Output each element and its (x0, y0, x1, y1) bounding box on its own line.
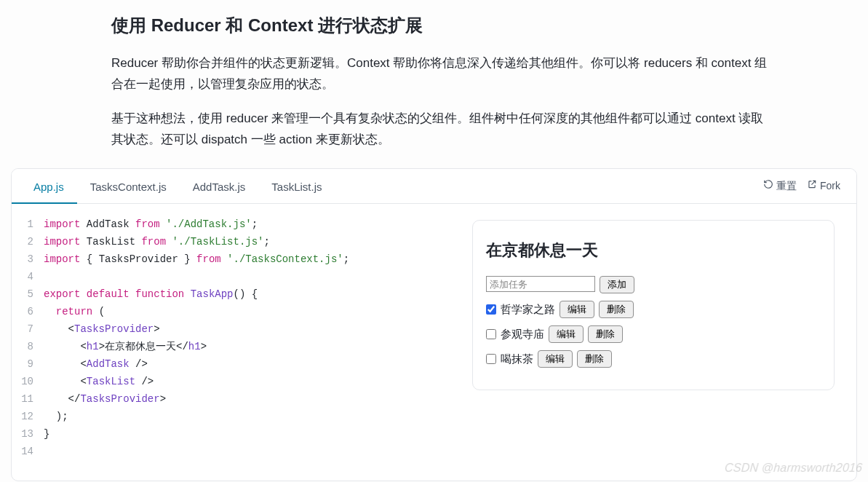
preview-column: 在京都休息一天 添加 哲学家之路编辑删除参观寺庙编辑删除喝抹茶编辑删除 (458, 207, 856, 469)
task-list: 哲学家之路编辑删除参观寺庙编辑删除喝抹茶编辑删除 (486, 301, 821, 368)
code-content: } (44, 425, 49, 443)
paragraph-2: 基于这种想法，使用 reducer 来管理一个具有复杂状态的父组件。组件树中任何… (111, 108, 773, 151)
task-checkbox[interactable] (486, 304, 496, 315)
task-text: 参观寺庙 (501, 325, 544, 342)
code-line: 9 <AddTask /> (12, 355, 458, 373)
code-line: 6 return ( (12, 303, 458, 320)
code-content: import AddTask from './AddTask.js'; (44, 216, 258, 233)
line-number: 7 (12, 320, 44, 338)
code-line: 13} (12, 425, 458, 443)
code-content: <TaskList /> (44, 373, 154, 390)
sandbox-actions: 重置 Fork (763, 178, 856, 194)
code-line: 3import { TasksProvider } from './TasksC… (12, 250, 458, 268)
fork-label: Fork (820, 178, 840, 194)
sandbox-container: App.jsTasksContext.jsAddTask.jsTaskList.… (11, 168, 857, 481)
code-line: 8 <h1>在京都休息一天</h1> (12, 338, 458, 355)
delete-button[interactable]: 删除 (577, 350, 612, 368)
line-number: 3 (12, 250, 44, 268)
preview-card: 在京都休息一天 添加 哲学家之路编辑删除参观寺庙编辑删除喝抹茶编辑删除 (472, 220, 835, 390)
line-number: 13 (12, 425, 44, 443)
code-content: import TaskList from './TaskList.js'; (44, 233, 270, 250)
line-number: 8 (12, 338, 44, 355)
task-text: 哲学家之路 (501, 301, 555, 317)
line-number: 11 (12, 390, 44, 408)
code-editor[interactable]: 1import AddTask from './AddTask.js';2imp… (12, 207, 458, 469)
task-checkbox[interactable] (486, 354, 496, 364)
task-row: 哲学家之路编辑删除 (486, 301, 821, 318)
file-tab[interactable]: App.js (12, 170, 77, 204)
code-line: 11 </TasksProvider> (12, 390, 458, 408)
code-content: return ( (44, 303, 105, 320)
delete-button[interactable]: 删除 (588, 325, 623, 343)
file-tab[interactable]: AddTask.js (180, 170, 259, 204)
task-row: 喝抹茶编辑删除 (486, 350, 821, 368)
preview-title: 在京都休息一天 (486, 238, 821, 263)
fork-button[interactable]: Fork (807, 178, 840, 194)
code-content: export default function TaskApp() { (44, 285, 258, 303)
line-number: 2 (12, 233, 44, 250)
code-content: <AddTask /> (44, 355, 148, 373)
file-tab[interactable]: TaskList.js (258, 170, 335, 204)
edit-button[interactable]: 编辑 (538, 350, 573, 368)
code-line: 2import TaskList from './TaskList.js'; (12, 233, 458, 250)
edit-button[interactable]: 编辑 (560, 301, 594, 318)
edit-button[interactable]: 编辑 (549, 325, 584, 343)
code-line: 12 ); (12, 408, 458, 425)
code-line: 1import AddTask from './AddTask.js'; (12, 216, 458, 233)
line-number: 5 (12, 285, 44, 303)
line-number: 1 (12, 216, 44, 233)
reset-label: 重置 (776, 178, 797, 194)
code-content: ); (44, 408, 68, 425)
external-link-icon (807, 178, 817, 194)
line-number: 10 (12, 373, 44, 390)
paragraph-1: Reducer 帮助你合并组件的状态更新逻辑。Context 帮助你将信息深入传… (111, 53, 773, 95)
code-content: <h1>在京都休息一天</h1> (44, 338, 207, 355)
add-task-input[interactable] (486, 276, 595, 292)
code-line: 14 (12, 443, 458, 460)
code-content: <TasksProvider> (44, 320, 160, 338)
code-line: 5export default function TaskApp() { (12, 285, 458, 303)
task-text: 喝抹茶 (501, 350, 533, 367)
file-tabs: App.jsTasksContext.jsAddTask.jsTaskList.… (12, 169, 335, 203)
reset-button[interactable]: 重置 (763, 178, 797, 194)
code-line: 4 (12, 268, 458, 285)
code-line: 7 <TasksProvider> (12, 320, 458, 338)
task-row: 参观寺庙编辑删除 (486, 325, 821, 343)
section-heading: 使用 Reducer 和 Context 进行状态扩展 (111, 12, 773, 39)
code-content (44, 268, 49, 285)
add-task-button[interactable]: 添加 (600, 276, 634, 293)
code-content (44, 443, 49, 460)
line-number: 12 (12, 408, 44, 425)
line-number: 9 (12, 355, 44, 373)
file-tab[interactable]: TasksContext.js (77, 170, 180, 204)
code-content: </TasksProvider> (44, 390, 166, 408)
line-number: 6 (12, 303, 44, 320)
delete-button[interactable]: 删除 (599, 301, 634, 318)
code-content: import { TasksProvider } from './TasksCo… (44, 250, 349, 268)
reset-icon (763, 178, 773, 194)
line-number: 14 (12, 443, 44, 460)
sandbox-header: App.jsTasksContext.jsAddTask.jsTaskList.… (12, 169, 856, 204)
code-line: 10 <TaskList /> (12, 373, 458, 390)
task-checkbox[interactable] (486, 329, 496, 339)
line-number: 4 (12, 268, 44, 285)
